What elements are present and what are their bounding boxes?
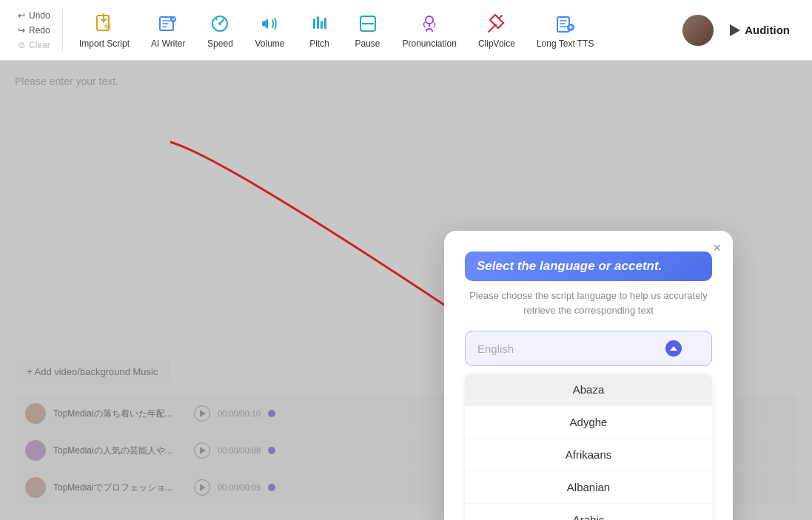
dropdown-item-afrikaans[interactable]: Afrikaans (465, 439, 712, 471)
dropdown-item-arabic[interactable]: Arabic (465, 504, 712, 520)
speed-label: Speed (207, 38, 233, 49)
ai-writer-label: AI Writer (151, 38, 185, 49)
import-script-button[interactable]: Import Script (70, 6, 138, 55)
audition-button[interactable]: Audition (722, 19, 797, 41)
pronunciation-button[interactable]: Pronunciation (394, 6, 466, 55)
language-modal: × Select the language or accetnt. Please… (444, 231, 733, 520)
svg-point-11 (363, 22, 365, 24)
avatar-image (682, 15, 714, 46)
volume-button[interactable]: Volume (246, 6, 293, 55)
svg-point-13 (426, 16, 433, 24)
redo-icon: ↪ (18, 25, 25, 36)
svg-rect-8 (321, 21, 323, 29)
svg-rect-14 (557, 17, 569, 32)
redo-label: Redo (29, 25, 50, 36)
undo-button[interactable]: ↩ Undo (15, 9, 55, 22)
svg-point-12 (370, 22, 372, 24)
svg-rect-7 (317, 16, 319, 29)
long-text-tts-label: Long Text TTS (537, 38, 594, 49)
pitch-icon (308, 12, 332, 36)
import-script-icon (93, 12, 116, 36)
undo-label: Undo (29, 10, 50, 21)
avatar[interactable] (682, 15, 714, 46)
toolbar-history-actions: ↩ Undo ↪ Redo ⊘ Clear (7, 9, 63, 52)
clipvoice-label: ClipVoice (478, 38, 515, 49)
import-script-label: Import Script (79, 38, 130, 49)
modal-subtitle: Please choose the script language to hel… (465, 288, 712, 317)
long-text-tts-icon (554, 12, 577, 36)
pronunciation-label: Pronunciation (403, 38, 457, 49)
clear-icon: ⊘ (18, 40, 25, 50)
volume-label: Volume (255, 38, 284, 49)
language-select-placeholder: English (477, 342, 514, 355)
modal-title: Select the language or accetnt. (477, 259, 700, 274)
pause-icon (356, 12, 380, 36)
pitch-label: Pitch (309, 38, 329, 49)
toolbar-tools: Import Script AI Writer (63, 6, 682, 55)
language-select-container: English (465, 331, 712, 366)
ai-writer-icon (156, 12, 180, 36)
volume-icon (258, 12, 281, 36)
svg-rect-9 (324, 18, 326, 29)
svg-rect-6 (313, 18, 315, 29)
clipvoice-icon (485, 12, 509, 36)
clipvoice-button[interactable]: ClipVoice (469, 6, 524, 55)
long-text-tts-button[interactable]: Long Text TTS (528, 6, 603, 55)
dropdown-item-adyghe[interactable]: Adyghe (465, 406, 712, 439)
undo-icon: ↩ (18, 10, 25, 21)
pause-label: Pause (355, 38, 380, 49)
clear-button[interactable]: ⊘ Clear (15, 38, 55, 52)
clear-label: Clear (29, 40, 50, 50)
toolbar-right: Audition (682, 15, 805, 46)
pronunciation-icon (417, 12, 441, 36)
modal-title-box: Select the language or accetnt. (465, 251, 712, 281)
dropdown-item-albanian[interactable]: Albanian (465, 471, 712, 504)
pitch-button[interactable]: Pitch (298, 6, 342, 55)
ai-writer-button[interactable]: AI Writer (142, 6, 194, 55)
language-dropdown-list: Abaza Adyghe Afrikaans Albanian Arabic A… (465, 374, 712, 520)
dropdown-item-abaza[interactable]: Abaza (465, 374, 712, 406)
chevron-up-icon (665, 340, 682, 357)
svg-point-5 (218, 22, 221, 25)
main-content: Please enter your text. + Add video/back… (0, 61, 812, 520)
svg-point-3 (170, 16, 176, 22)
play-icon (730, 24, 740, 36)
redo-button[interactable]: ↪ Redo (15, 24, 55, 37)
audition-label: Audition (745, 24, 790, 36)
language-select-box[interactable]: English (465, 331, 712, 366)
modal-close-button[interactable]: × (713, 241, 721, 254)
speed-button[interactable]: Speed (198, 6, 242, 55)
speed-icon (208, 12, 232, 36)
toolbar: ↩ Undo ↪ Redo ⊘ Clear Import Script (0, 0, 812, 61)
pause-button[interactable]: Pause (346, 6, 390, 55)
